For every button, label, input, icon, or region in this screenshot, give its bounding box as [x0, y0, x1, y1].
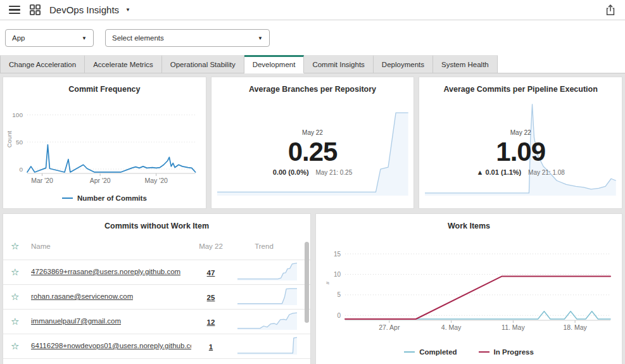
card-title: Work Items [316, 214, 622, 230]
card-title: Average Commits per Pipeline Execution [419, 77, 622, 94]
commit-frequency-card: Commit Frequency 050100Mar '20Apr '20May… [3, 77, 206, 209]
kpi-date: May 22 [211, 129, 414, 136]
star-icon[interactable]: ☆ [11, 291, 19, 302]
svg-text:#: # [325, 281, 331, 284]
legend-label: Number of Commits [77, 194, 147, 202]
card-title: Average Branches per Repository [211, 77, 414, 94]
column-header-value[interactable]: May 22 [191, 242, 230, 250]
chart-legend: Completed In Progress [316, 348, 622, 356]
kpi-date: May 22 [419, 129, 622, 136]
app-filter-value: App [12, 34, 25, 42]
work-items-chart: 05101527. Apr4. May11. May18. May# [324, 241, 614, 333]
table-row: ☆ rohan.rasane@servicenow.com 25 [3, 284, 310, 309]
elements-filter-value: Select elements [112, 34, 164, 42]
commit-count-link[interactable]: 47 [207, 269, 215, 277]
app-grid-icon[interactable] [29, 4, 41, 16]
tab-deployments[interactable]: Deployments [374, 55, 433, 73]
table-row-partial [3, 358, 310, 364]
top-bar: DevOps Insights ▼ [0, 0, 625, 20]
kpi-delta: ▲ 0.01 (1.1%) [476, 168, 521, 176]
kpi-previous-value: May 21: 0.25 [315, 169, 352, 176]
kpi-readout: May 22 1.09 ▲ 0.01 (1.1%) May 21: 1.08 [419, 129, 622, 176]
svg-text:Apr '20: Apr '20 [90, 177, 111, 184]
table-header: ☆ Name May 22 Trend [3, 233, 310, 260]
svg-text:5: 5 [337, 291, 341, 298]
legend-line-swatch [479, 351, 489, 353]
committer-link[interactable]: 47263869+rrasane@users.noreply.github.co… [31, 268, 180, 275]
table-row: ☆ immanuelpaul7@gmail.com 12 [3, 309, 310, 334]
hamburger-menu-icon[interactable] [9, 6, 20, 15]
committer-link[interactable]: immanuelpaul7@gmail.com [31, 317, 121, 325]
svg-text:11. May: 11. May [502, 323, 525, 331]
legend-line-swatch [62, 198, 73, 199]
avg-branches-card: Average Branches per Repository May 22 0… [211, 77, 415, 209]
commit-count-link[interactable]: 25 [207, 294, 215, 301]
tab-development[interactable]: Development [244, 55, 305, 73]
caret-down-icon: ▼ [75, 35, 87, 41]
star-icon[interactable]: ☆ [11, 241, 19, 251]
filter-bar: App ▼ Select elements ▼ [0, 20, 625, 55]
trend-sparkline [237, 286, 298, 305]
tab-operational-stability[interactable]: Operational Stability [162, 55, 244, 73]
tab-bar: Change Acceleration Accelerate Metrics O… [0, 55, 625, 73]
kpi-previous-value: May 21: 1.08 [528, 169, 565, 176]
column-header-trend[interactable]: Trend [230, 242, 298, 250]
svg-text:10: 10 [334, 271, 341, 278]
tab-commit-insights[interactable]: Commit Insights [304, 55, 373, 73]
work-items-card: Work Items 05101527. Apr4. May11. May18.… [315, 213, 622, 364]
svg-text:50: 50 [16, 139, 23, 146]
commit-frequency-chart: 050100Mar '20Apr '20May '20Count [6, 100, 199, 186]
commit-count-link[interactable]: 12 [207, 318, 215, 326]
commit-count-link[interactable]: 1 [209, 343, 213, 351]
legend-line-swatch [404, 351, 415, 353]
card-title: Commits without Work Item [3, 214, 310, 230]
committer-link[interactable]: rohan.rasane@servicenow.com [31, 292, 133, 300]
vertical-scrollbar-thumb[interactable] [305, 242, 309, 323]
avg-commits-pipeline-card: Average Commits per Pipeline Execution M… [419, 77, 622, 209]
legend-label: In Progress [494, 348, 534, 356]
svg-text:15: 15 [334, 251, 341, 258]
svg-text:100: 100 [12, 111, 23, 118]
caret-down-icon: ▼ [251, 35, 263, 41]
svg-text:18. May: 18. May [563, 323, 587, 331]
elements-filter-dropdown[interactable]: Select elements ▼ [105, 29, 270, 47]
kpi-value: 1.09 [419, 138, 622, 166]
legend-item-number-of-commits[interactable]: Number of Commits [62, 194, 147, 202]
card-title: Commit Frequency [3, 77, 206, 94]
committer-link[interactable]: 64116298+nowdevops01@users.noreply.githu… [31, 342, 191, 349]
column-header-name[interactable]: Name [31, 242, 191, 250]
chart-legend: Number of Commits [3, 194, 206, 202]
svg-text:Count: Count [6, 130, 13, 147]
legend-item-completed[interactable]: Completed [404, 348, 457, 356]
legend-item-in-progress[interactable]: In Progress [479, 348, 534, 356]
table-row: ☆ 47263869+rrasane@users.noreply.github.… [3, 260, 310, 284]
tab-change-acceleration[interactable]: Change Acceleration [0, 55, 85, 73]
kpi-readout: May 22 0.25 0.00 (0.0%) May 21: 0.25 [211, 129, 414, 176]
legend-label: Completed [419, 348, 457, 356]
trend-sparkline [237, 261, 298, 280]
trend-sparkline [237, 336, 298, 355]
caret-down-icon[interactable]: ▼ [125, 7, 130, 13]
table-row: ☆ 64116298+nowdevops01@users.noreply.git… [3, 334, 310, 358]
kpi-delta: 0.00 (0.0%) [273, 168, 309, 176]
svg-text:4. May: 4. May [441, 323, 462, 331]
star-icon[interactable]: ☆ [11, 316, 19, 327]
commits-without-work-item-card: Commits without Work Item ☆ Name May 22 … [3, 213, 311, 364]
star-icon[interactable]: ☆ [11, 341, 19, 351]
svg-text:0: 0 [19, 166, 23, 173]
star-icon[interactable]: ☆ [11, 267, 19, 277]
dashboard-body: Commit Frequency 050100Mar '20Apr '20May… [0, 73, 625, 364]
share-export-icon[interactable] [605, 4, 616, 16]
svg-text:May '20: May '20 [144, 177, 168, 184]
kpi-value: 0.25 [211, 138, 414, 166]
trend-sparkline [237, 311, 298, 330]
app-filter-dropdown[interactable]: App ▼ [5, 29, 94, 47]
svg-text:0: 0 [337, 312, 341, 319]
dashboard-title[interactable]: DevOps Insights [49, 4, 119, 15]
svg-text:Mar '20: Mar '20 [31, 177, 53, 184]
tab-accelerate-metrics[interactable]: Accelerate Metrics [85, 55, 162, 73]
tab-system-health[interactable]: System Health [433, 55, 498, 73]
svg-text:27. Apr: 27. Apr [379, 323, 400, 331]
